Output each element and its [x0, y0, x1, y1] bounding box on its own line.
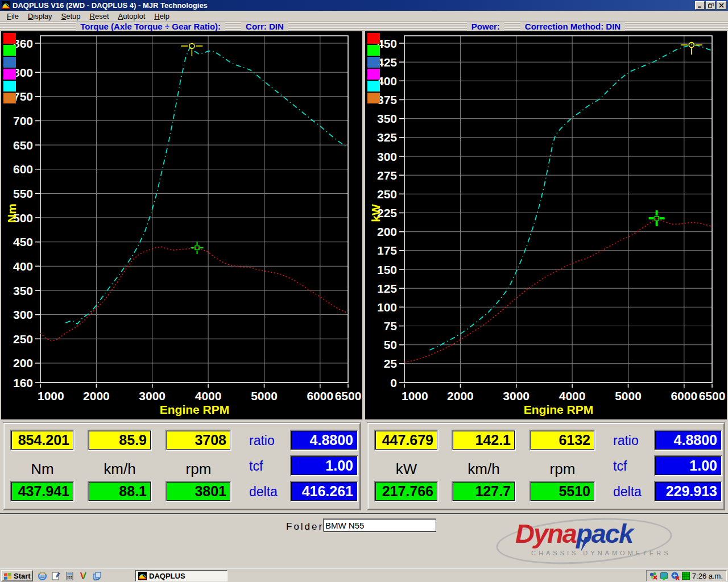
taskbar: Start [0, 568, 728, 582]
launch-windows-icon[interactable] [92, 571, 102, 581]
torque-ratio-value: 4.8800 [290, 430, 358, 451]
svg-text:4000: 4000 [559, 389, 586, 402]
speed-unit-label: km/h [88, 460, 152, 477]
power-cursor-speed: 127.7 [452, 481, 516, 502]
window-title: DAQPLUS V16 (2WD - DAQPLUS 4) - MJR Tech… [13, 1, 208, 10]
torque-chart-title: Torque (Axle Torque ÷ Gear Ratio): [76, 22, 225, 31]
torque-cursor-rpm: 3801 [166, 481, 231, 502]
power-correction-label: Correction Method: DIN [520, 22, 625, 31]
torque-cursor-speed: 88.1 [88, 481, 152, 502]
svg-text:175: 175 [377, 244, 397, 257]
menu-item-autoplot[interactable]: Autoplot [114, 11, 150, 22]
svg-text:6000: 6000 [671, 389, 697, 402]
desktop-edit-icon[interactable] [51, 571, 61, 581]
peak-marker [181, 43, 202, 56]
svg-text:750: 750 [13, 90, 33, 103]
svg-text:6500: 6500 [699, 389, 726, 402]
task-button-label: DAQPLUS [149, 572, 185, 580]
legend-swatch-blue [3, 57, 16, 68]
folder-label: Folder [286, 521, 324, 533]
rpm-unit-label: rpm [166, 460, 231, 477]
title-bar: DAQPLUS V16 (2WD - DAQPLUS 4) - MJR Tech… [0, 0, 728, 11]
svg-text:100: 100 [377, 301, 397, 314]
power-chart-title: Power: [467, 22, 504, 31]
x-axis-label: Engine RPM [524, 403, 594, 416]
menu-item-help[interactable]: Help [150, 11, 174, 22]
start-button[interactable]: Start [1, 570, 33, 581]
torque-chart[interactable]: 1602002503003504004505005506006507007508… [1, 31, 362, 419]
legend-swatch-green [3, 45, 16, 56]
run-color-legend [367, 33, 380, 105]
power-readout-panel: 447.679 142.1 6132 kW km/h rpm 217.766 1… [367, 423, 725, 510]
svg-text:200: 200 [377, 225, 397, 238]
power-ratio-value: 4.8800 [654, 430, 722, 451]
ratio-label: ratio [249, 433, 275, 448]
svg-text:550: 550 [13, 187, 33, 200]
legend-swatch-green [367, 45, 380, 56]
x-axis-ticks: 1000200030004000500060006500 [402, 384, 725, 402]
menu-item-display[interactable]: Display [23, 11, 57, 22]
torque-curve-run1 [65, 46, 348, 324]
svg-text:3000: 3000 [503, 389, 530, 402]
x-axis-ticks: 1000200030004000500060006500 [38, 384, 361, 402]
svg-text:375: 375 [377, 93, 397, 106]
svg-text:4000: 4000 [195, 389, 222, 402]
svg-text:300: 300 [13, 308, 33, 321]
power-curve-run1 [429, 45, 712, 350]
calculator-icon[interactable] [65, 571, 75, 581]
svg-text:250: 250 [13, 332, 33, 346]
legend-swatch-red [367, 33, 380, 44]
svg-text:2000: 2000 [83, 389, 110, 402]
close-icon[interactable] [717, 1, 726, 10]
menu-item-reset[interactable]: Reset [85, 11, 114, 22]
hardware-error-icon[interactable] [649, 571, 658, 580]
restore-button[interactable] [706, 1, 715, 10]
svg-text:350: 350 [13, 284, 33, 297]
antivirus-ok-icon[interactable] [660, 571, 669, 580]
menu-item-setup[interactable]: Setup [57, 11, 85, 22]
torque-chart-panel: Nm 1602002503003504004505005506006507007… [1, 31, 362, 419]
tcf-label: tcf [249, 459, 263, 474]
svg-text:1000: 1000 [38, 389, 64, 402]
power-delta-value: 229.913 [654, 481, 722, 502]
taskbar-daqplus-button[interactable]: DAQPLUS [135, 570, 228, 581]
power-y-axis-unit: kW [369, 201, 380, 226]
folder-input[interactable] [324, 519, 436, 532]
activity-grid-icon[interactable] [681, 571, 690, 580]
svg-text:450: 450 [377, 37, 397, 50]
internet-explorer-icon[interactable] [38, 571, 47, 581]
svg-text:400: 400 [13, 260, 33, 273]
chart-header-strip: Torque (Axle Torque ÷ Gear Ratio): Corr:… [0, 22, 728, 31]
paint-pens-icon[interactable] [78, 571, 88, 581]
taskbar-clock[interactable]: 7:26 a.m. [692, 572, 723, 580]
system-tray: 7:26 a.m. [646, 570, 727, 581]
power-chart[interactable]: 0255075100125150175200225250275300325350… [365, 31, 727, 419]
logo-tagline: CHASSIS DYNAMOMETERS [531, 550, 671, 556]
power-cursor-rpm: 5510 [530, 481, 595, 502]
bottom-section: Folder Dynapack CHASSIS DYNAMOMETERS [0, 513, 728, 568]
svg-text:600: 600 [13, 163, 33, 176]
speed-unit-label: km/h [452, 460, 516, 477]
svg-text:3000: 3000 [139, 389, 166, 402]
plot-border [40, 36, 348, 383]
svg-text:200: 200 [13, 356, 33, 369]
power-peak-rpm: 6132 [530, 430, 595, 451]
svg-text:75: 75 [384, 319, 398, 332]
torque-curve-run2 [40, 247, 348, 341]
power-tcf-value: 1.00 [654, 455, 722, 476]
delta-label: delta [613, 484, 642, 500]
legend-swatch-cyan [3, 81, 16, 92]
rpm-unit-label: rpm [530, 460, 595, 477]
svg-text:6000: 6000 [307, 389, 333, 402]
daqplus-app-icon [2, 1, 10, 10]
legend-swatch-red [3, 33, 16, 44]
network-error-icon[interactable] [671, 571, 680, 580]
svg-text:325: 325 [377, 131, 397, 144]
menu-bar: FileDisplaySetupResetAutoplotHelp [0, 11, 728, 22]
torque-y-axis-unit: Nm [5, 201, 16, 226]
menu-item-file[interactable]: File [2, 11, 23, 22]
torque-correction-label: Corr: DIN [241, 22, 288, 31]
svg-text:275: 275 [377, 169, 397, 182]
minimize-button[interactable] [695, 1, 705, 10]
torque-readout-panel: 854.201 85.9 3708 Nm km/h rpm 437.941 88… [3, 423, 361, 510]
